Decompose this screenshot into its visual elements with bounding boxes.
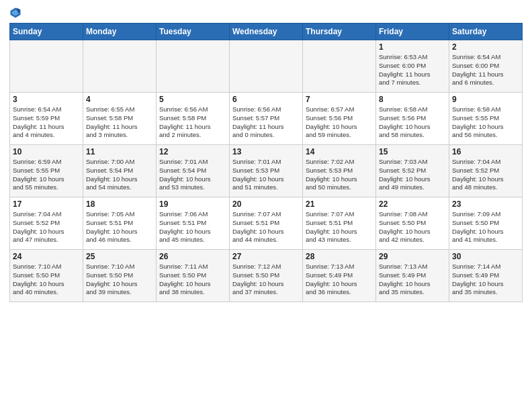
logo [9,7,23,19]
calendar-cell: 3Sunrise: 6:54 AM Sunset: 5:59 PM Daylig… [10,93,83,145]
calendar-cell: 20Sunrise: 7:07 AM Sunset: 5:51 PM Dayli… [230,197,303,250]
calendar-table: SundayMondayTuesdayWednesdayThursdayFrid… [9,23,523,302]
day-number: 23 [452,199,519,209]
weekday-header: Saturday [449,24,523,40]
day-info: Sunrise: 7:05 AM Sunset: 5:51 PM Dayligh… [86,210,153,244]
day-number: 21 [306,199,373,209]
calendar-cell: 4Sunrise: 6:55 AM Sunset: 5:58 PM Daylig… [83,93,157,145]
day-info: Sunrise: 7:04 AM Sunset: 5:52 PM Dayligh… [13,210,80,244]
day-number: 26 [159,252,226,261]
calendar-cell: 7Sunrise: 6:57 AM Sunset: 5:56 PM Daylig… [303,93,376,145]
day-info: Sunrise: 7:06 AM Sunset: 5:51 PM Dayligh… [159,210,226,244]
calendar-cell [157,40,230,93]
calendar-cell: 30Sunrise: 7:14 AM Sunset: 5:49 PM Dayli… [449,250,523,302]
calendar-week-row: 17Sunrise: 7:04 AM Sunset: 5:52 PM Dayli… [10,197,523,250]
calendar-cell: 19Sunrise: 7:06 AM Sunset: 5:51 PM Dayli… [157,197,230,250]
day-number: 27 [232,252,300,261]
calendar-cell: 9Sunrise: 6:58 AM Sunset: 5:55 PM Daylig… [449,93,523,145]
calendar-cell: 15Sunrise: 7:03 AM Sunset: 5:52 PM Dayli… [376,145,449,197]
day-info: Sunrise: 6:54 AM Sunset: 6:00 PM Dayligh… [452,53,519,87]
calendar-cell [303,40,376,93]
calendar-cell: 8Sunrise: 6:58 AM Sunset: 5:56 PM Daylig… [376,93,449,145]
calendar-cell [83,40,157,93]
day-number: 11 [86,147,153,156]
calendar-cell: 22Sunrise: 7:08 AM Sunset: 5:50 PM Dayli… [376,197,449,250]
calendar-cell [10,40,83,93]
weekday-header: Sunday [10,24,83,40]
day-number: 3 [13,95,80,104]
day-info: Sunrise: 7:02 AM Sunset: 5:53 PM Dayligh… [306,158,373,192]
day-number: 24 [13,252,80,261]
day-number: 20 [232,199,300,209]
weekday-header: Friday [376,24,449,40]
calendar-cell: 14Sunrise: 7:02 AM Sunset: 5:53 PM Dayli… [303,145,376,197]
calendar-header-row: SundayMondayTuesdayWednesdayThursdayFrid… [10,24,523,40]
calendar-cell: 11Sunrise: 7:00 AM Sunset: 5:54 PM Dayli… [83,145,157,197]
page: SundayMondayTuesdayWednesdayThursdayFrid… [0,0,532,411]
day-number: 17 [13,199,80,209]
day-info: Sunrise: 7:09 AM Sunset: 5:50 PM Dayligh… [452,210,519,244]
day-number: 30 [452,252,519,261]
calendar-cell: 24Sunrise: 7:10 AM Sunset: 5:50 PM Dayli… [10,250,83,302]
day-info: Sunrise: 7:10 AM Sunset: 5:50 PM Dayligh… [13,263,80,297]
day-number: 12 [159,147,226,156]
calendar-cell: 17Sunrise: 7:04 AM Sunset: 5:52 PM Dayli… [10,197,83,250]
day-number: 1 [379,42,446,52]
calendar-cell: 1Sunrise: 6:53 AM Sunset: 6:00 PM Daylig… [376,40,449,93]
calendar-cell: 16Sunrise: 7:04 AM Sunset: 5:52 PM Dayli… [449,145,523,197]
calendar-week-row: 3Sunrise: 6:54 AM Sunset: 5:59 PM Daylig… [10,93,523,145]
day-info: Sunrise: 6:53 AM Sunset: 6:00 PM Dayligh… [379,53,446,87]
day-number: 29 [379,252,446,261]
day-info: Sunrise: 7:01 AM Sunset: 5:54 PM Dayligh… [159,158,226,192]
day-info: Sunrise: 7:08 AM Sunset: 5:50 PM Dayligh… [379,210,446,244]
logo-icon [9,7,21,19]
day-info: Sunrise: 6:58 AM Sunset: 5:56 PM Dayligh… [379,105,446,140]
day-info: Sunrise: 7:10 AM Sunset: 5:50 PM Dayligh… [86,263,153,297]
calendar-week-row: 24Sunrise: 7:10 AM Sunset: 5:50 PM Dayli… [10,250,523,302]
day-info: Sunrise: 7:12 AM Sunset: 5:50 PM Dayligh… [232,263,300,297]
weekday-header: Monday [83,24,157,40]
calendar-cell: 13Sunrise: 7:01 AM Sunset: 5:53 PM Dayli… [230,145,303,197]
calendar-week-row: 10Sunrise: 6:59 AM Sunset: 5:55 PM Dayli… [10,145,523,197]
day-info: Sunrise: 6:55 AM Sunset: 5:58 PM Dayligh… [86,105,153,140]
day-info: Sunrise: 7:00 AM Sunset: 5:54 PM Dayligh… [86,158,153,192]
calendar-cell [230,40,303,93]
day-number: 8 [379,95,446,104]
day-info: Sunrise: 7:03 AM Sunset: 5:52 PM Dayligh… [379,158,446,192]
weekday-header: Thursday [303,24,376,40]
calendar-cell: 25Sunrise: 7:10 AM Sunset: 5:50 PM Dayli… [83,250,157,302]
day-number: 22 [379,199,446,209]
day-number: 6 [232,95,300,104]
calendar-cell: 10Sunrise: 6:59 AM Sunset: 5:55 PM Dayli… [10,145,83,197]
day-number: 4 [86,95,153,104]
day-number: 10 [13,147,80,156]
day-number: 28 [306,252,373,261]
day-info: Sunrise: 6:57 AM Sunset: 5:56 PM Dayligh… [306,105,373,140]
day-info: Sunrise: 6:59 AM Sunset: 5:55 PM Dayligh… [13,158,80,192]
header [9,7,523,19]
day-info: Sunrise: 7:11 AM Sunset: 5:50 PM Dayligh… [159,263,226,297]
day-number: 16 [452,147,519,156]
calendar-week-row: 1Sunrise: 6:53 AM Sunset: 6:00 PM Daylig… [10,40,523,93]
day-number: 2 [452,42,519,52]
calendar-cell: 26Sunrise: 7:11 AM Sunset: 5:50 PM Dayli… [157,250,230,302]
calendar-cell: 21Sunrise: 7:07 AM Sunset: 5:51 PM Dayli… [303,197,376,250]
day-info: Sunrise: 7:14 AM Sunset: 5:49 PM Dayligh… [452,263,519,297]
day-info: Sunrise: 7:01 AM Sunset: 5:53 PM Dayligh… [232,158,300,192]
day-number: 5 [159,95,226,104]
calendar-cell: 28Sunrise: 7:13 AM Sunset: 5:49 PM Dayli… [303,250,376,302]
calendar-cell: 5Sunrise: 6:56 AM Sunset: 5:58 PM Daylig… [157,93,230,145]
calendar-cell: 29Sunrise: 7:13 AM Sunset: 5:49 PM Dayli… [376,250,449,302]
day-number: 9 [452,95,519,104]
day-info: Sunrise: 7:07 AM Sunset: 5:51 PM Dayligh… [306,210,373,244]
day-info: Sunrise: 7:13 AM Sunset: 5:49 PM Dayligh… [306,263,373,297]
day-info: Sunrise: 7:07 AM Sunset: 5:51 PM Dayligh… [232,210,300,244]
day-number: 25 [86,252,153,261]
calendar-cell: 27Sunrise: 7:12 AM Sunset: 5:50 PM Dayli… [230,250,303,302]
day-info: Sunrise: 7:13 AM Sunset: 5:49 PM Dayligh… [379,263,446,297]
day-info: Sunrise: 6:56 AM Sunset: 5:57 PM Dayligh… [232,105,300,140]
day-info: Sunrise: 7:04 AM Sunset: 5:52 PM Dayligh… [452,158,519,192]
day-number: 15 [379,147,446,156]
calendar-cell: 23Sunrise: 7:09 AM Sunset: 5:50 PM Dayli… [449,197,523,250]
day-info: Sunrise: 6:54 AM Sunset: 5:59 PM Dayligh… [13,105,80,140]
